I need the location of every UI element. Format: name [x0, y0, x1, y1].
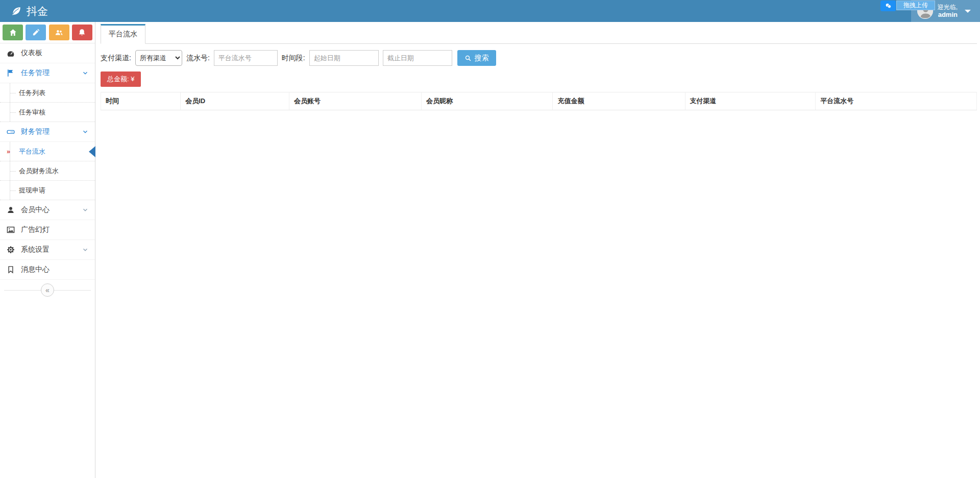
end-date-input[interactable] [383, 50, 452, 66]
channel-select[interactable]: 所有渠道 [135, 50, 182, 66]
sidebar-item-message-center[interactable]: 消息中心 [0, 260, 95, 280]
gauge-icon [6, 49, 15, 58]
table-header-row: 时间 会员ID 会员账号 会员昵称 充值金额 支付渠道 平台流水号 [101, 92, 977, 110]
users-button[interactable] [49, 25, 69, 40]
flow-table: 时间 会员ID 会员账号 会员昵称 充值金额 支付渠道 平台流水号 [101, 92, 977, 110]
sidebar-item-label: 平台流水 [19, 147, 45, 156]
sidebar-collapse-row: « [0, 280, 95, 300]
sidebar-subitem-platform-flow[interactable]: » 平台流水 [0, 142, 95, 161]
sidebar-menu: 仪表板 任务管理 任务列表 任务审核 财务管理 [0, 43, 95, 300]
quick-buttons-row [0, 22, 95, 43]
sidebar-item-label: 会员中心 [21, 205, 50, 214]
start-date-input[interactable] [309, 50, 379, 66]
chevron-down-icon [82, 128, 89, 135]
active-marker-icon [89, 146, 95, 157]
column-header-member-nickname: 会员昵称 [422, 92, 553, 110]
tree-connector [10, 93, 16, 93]
sidebar-item-label: 提现申请 [19, 186, 45, 195]
serial-label: 流水号: [186, 54, 210, 63]
home-button[interactable] [3, 25, 23, 40]
chevron-down-icon [82, 246, 89, 253]
sidebar-subitem-task-review[interactable]: 任务审核 [0, 103, 95, 122]
leaf-icon [11, 6, 22, 17]
pencil-icon [32, 28, 40, 37]
sidebar-group-task-management[interactable]: 任务管理 [0, 63, 95, 83]
user-greeting: 迎光临, [938, 4, 958, 11]
sidebar-collapse-button[interactable]: « [41, 283, 54, 297]
chevron-down-icon [82, 69, 89, 77]
netdisk-icon[interactable] [880, 1, 896, 11]
hdd-icon [6, 127, 15, 136]
notifications-button[interactable] [72, 25, 92, 40]
user-name: admin [938, 11, 958, 19]
sidebar-item-label: 消息中心 [21, 265, 50, 274]
home-icon [9, 28, 17, 37]
drag-upload-overlay[interactable]: 拖拽上传 [880, 1, 935, 11]
chevron-down-icon [82, 206, 89, 213]
image-icon [6, 225, 15, 234]
user-icon [6, 205, 15, 214]
drag-upload-label: 拖拽上传 [896, 1, 935, 10]
search-button[interactable]: 搜索 [457, 50, 496, 66]
gear-icon [6, 245, 15, 254]
sidebar-subitem-member-finance-flow[interactable]: 会员财务流水 [0, 161, 95, 181]
tree-connector [10, 190, 16, 191]
users-icon [55, 28, 63, 37]
tab-platform-flow[interactable]: 平台流水 [101, 24, 145, 44]
sidebar-item-label: 任务管理 [21, 68, 50, 78]
sidebar-subitem-task-list[interactable]: 任务列表 [0, 83, 95, 103]
period-label: 时间段: [282, 54, 305, 63]
sidebar-item-label: 财务管理 [21, 127, 50, 136]
column-header-pay-channel: 支付渠道 [685, 92, 816, 110]
sidebar-item-dashboard[interactable]: 仪表板 [0, 43, 95, 63]
column-header-time: 时间 [101, 92, 181, 110]
brand[interactable]: 抖金 [0, 0, 95, 22]
edit-button[interactable] [26, 25, 46, 40]
tab-bar: 平台流水 [101, 24, 977, 44]
search-icon [464, 55, 472, 62]
flag-icon [6, 68, 15, 78]
bookmark-icon [6, 265, 15, 274]
bell-icon [78, 28, 86, 37]
tree-connector [10, 112, 16, 113]
brand-title: 抖金 [27, 4, 48, 18]
sidebar-group-system-settings[interactable]: 系统设置 [0, 240, 95, 260]
sidebar-item-label: 系统设置 [21, 245, 50, 254]
total-amount-badge: 总金额: ¥ [101, 71, 141, 87]
filter-bar: 支付渠道: 所有渠道 流水号: 时间段: 搜索 [101, 50, 977, 66]
chevron-down-icon [965, 10, 971, 13]
sidebar-item-label: 仪表板 [21, 49, 42, 58]
user-text: 迎光临, admin [938, 4, 958, 19]
top-navbar: 抖金 拖拽上传 迎光临, admin [0, 0, 980, 22]
sidebar: 仪表板 任务管理 任务列表 任务审核 财务管理 [0, 22, 95, 478]
serial-input[interactable] [214, 50, 278, 66]
column-header-platform-serial: 平台流水号 [816, 92, 977, 110]
sidebar-group-member-center[interactable]: 会员中心 [0, 200, 95, 220]
sidebar-item-label: 任务列表 [19, 88, 45, 98]
column-header-member-account: 会员账号 [289, 92, 421, 110]
column-header-member-id: 会员ID [181, 92, 289, 110]
sidebar-item-label: 任务审核 [19, 108, 45, 117]
column-header-recharge-amount: 充值金额 [553, 92, 685, 110]
sidebar-subitem-withdraw-request[interactable]: 提现申请 [0, 181, 95, 200]
active-bullet-icon: » [7, 147, 10, 155]
sidebar-group-finance-management[interactable]: 财务管理 [0, 122, 95, 142]
channel-label: 支付渠道: [101, 54, 131, 63]
sidebar-item-ad-slides[interactable]: 广告幻灯 [0, 220, 95, 240]
search-button-label: 搜索 [475, 54, 489, 63]
sidebar-item-label: 广告幻灯 [21, 225, 50, 234]
tree-connector [10, 171, 16, 172]
sidebar-item-label: 会员财务流水 [19, 166, 59, 176]
navbar-right: 拖拽上传 迎光临, admin [911, 0, 980, 22]
